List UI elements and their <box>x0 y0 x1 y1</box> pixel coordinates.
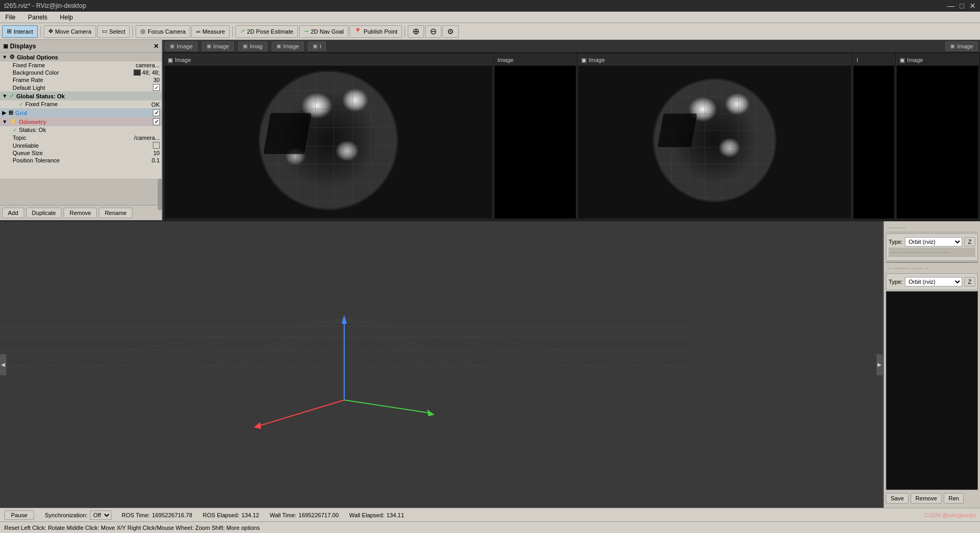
grid-checkbox[interactable]: ✓ <box>153 109 160 116</box>
right-toggle-arrow[interactable]: ▶ <box>876 354 883 375</box>
sync-label: Synchronization: <box>45 512 87 518</box>
toolbar-sep-2 <box>132 26 133 37</box>
statusbar: Pause Synchronization: Off ROS Time: 169… <box>0 508 980 521</box>
grid-icon: ⊞ <box>8 109 13 116</box>
rename-btn[interactable]: Rename <box>99 208 132 218</box>
settings-btn[interactable]: ⚙ <box>442 25 459 38</box>
sync-item: Synchronization: Off <box>45 510 111 520</box>
color-swatch[interactable] <box>133 69 141 76</box>
ros-elapsed-value: 134.12 <box>242 512 260 518</box>
view-zero-btn-2[interactable]: Z <box>964 277 975 286</box>
publish-point-btn[interactable]: 📍 Publish Point <box>349 25 402 38</box>
zoom-in-btn[interactable]: ⊕ <box>408 25 424 38</box>
wall-time-label: Wall Time: <box>270 512 296 518</box>
save-view-btn[interactable]: Save <box>886 493 909 504</box>
move-camera-btn[interactable]: ✥ Move Camera <box>44 25 96 38</box>
2d-nav-btn[interactable]: ⊸ 2D Nav Goal <box>299 25 348 38</box>
image-tab-label-4: Image <box>283 43 300 49</box>
panel-sep <box>886 262 978 263</box>
odometry-header[interactable]: ▼ ⚡ Odometry ✓ <box>0 117 162 126</box>
view-type-select-2[interactable]: Orbit (rviz) <box>905 277 962 286</box>
image-panel-right[interactable]: ▣ Image <box>577 54 852 219</box>
queue-size-value[interactable]: 10 <box>153 150 160 156</box>
odometry-checkbox[interactable]: ✓ <box>153 118 160 125</box>
close-btn[interactable]: ✕ <box>969 2 976 10</box>
sidebar-action-buttons: Add Duplicate Remove Rename <box>0 205 162 220</box>
pause-btn[interactable]: Pause <box>4 510 34 520</box>
panel-label-l: Image <box>175 57 191 63</box>
image-tab-icon-4: ▣ <box>276 43 281 49</box>
global-options-icon: ⚙ <box>9 54 15 60</box>
fixed-frame-row: Fixed Frame camera... <box>0 62 162 69</box>
global-status-header[interactable]: ▼ ✓ Global Status: Ok <box>0 91 162 100</box>
measure-icon: ═ <box>196 28 200 35</box>
add-btn[interactable]: Add <box>2 208 24 218</box>
panel-icon-r: ▣ <box>581 57 586 64</box>
frame-rate-value[interactable]: 30 <box>153 77 160 83</box>
sidebar-scrollbar[interactable] <box>158 179 162 205</box>
focus-camera-btn[interactable]: ◎ Focus Camera <box>136 25 190 38</box>
scroll-thumb[interactable] <box>158 179 162 210</box>
remove-view-btn[interactable]: Remove <box>911 493 942 504</box>
fixed-frame-value[interactable]: camera... <box>136 62 160 68</box>
image-tab-1[interactable]: ▣ Image <box>165 42 198 51</box>
sync-select[interactable]: Off <box>90 510 111 520</box>
menu-file[interactable]: File <box>2 13 18 22</box>
image-tab-3[interactable]: ▣ Imag <box>238 42 267 51</box>
image-panel-mid1[interactable]: Image <box>494 54 577 219</box>
partial-row-2: ─ ───── ─── ─ <box>886 264 978 272</box>
toolbar: ⊞ Interact ✥ Move Camera ▭ Select ◎ Focu… <box>0 23 980 40</box>
2d-pose-btn[interactable]: ↗ 2D Pose Estimate <box>235 25 298 38</box>
view-type-label-2: Type: <box>889 279 903 285</box>
remove-btn[interactable]: Remove <box>64 208 97 218</box>
select-btn[interactable]: ▭ Select <box>97 25 130 38</box>
image-panel-far1[interactable]: I <box>853 54 895 219</box>
pose-icon: ↗ <box>240 28 245 35</box>
image-tab-4[interactable]: ▣ Image <box>272 42 304 51</box>
displays-panel-icon: ▣ <box>3 43 8 49</box>
duplicate-btn[interactable]: Duplicate <box>26 208 62 218</box>
svg-marker-23 <box>254 422 261 429</box>
menu-panels[interactable]: Panels <box>25 13 50 22</box>
bg-color-label: Background Color <box>13 69 59 76</box>
ren-view-btn[interactable]: Ren <box>944 493 964 504</box>
interact-btn[interactable]: ⊞ Interact <box>2 25 38 38</box>
position-tolerance-value[interactable]: 0.1 <box>152 157 160 163</box>
main-layout: ▣ Displays ✕ ▼ ⚙ Global Options Fixed Fr… <box>0 40 980 508</box>
topic-value[interactable]: /camera... <box>134 135 160 141</box>
fixed-frame-status-value: OK <box>151 101 160 108</box>
image-tab-6[interactable]: ▣ Image <box>945 42 978 51</box>
status-ok-icon: ✓ <box>9 93 14 99</box>
left-toggle-arrow[interactable]: ◀ <box>0 354 6 375</box>
unreliable-checkbox[interactable] <box>153 142 160 149</box>
zoom-out-btn[interactable]: ⊖ <box>425 25 441 38</box>
default-light-checkbox[interactable]: ✓ <box>153 84 160 91</box>
view-zero-btn-1[interactable]: Z <box>964 237 975 247</box>
image-panel-left[interactable]: ▣ Image <box>164 54 493 219</box>
image-tab-5[interactable]: ▣ I <box>308 42 326 51</box>
wall-elapsed-label: Wall Elapsed: <box>349 512 385 518</box>
hintbar: Reset Left Click: Rotate Middle Click: M… <box>0 521 980 533</box>
global-options-header[interactable]: ▼ ⚙ Global Options <box>0 53 162 62</box>
measure-btn[interactable]: ═ Measure <box>191 25 230 38</box>
fixed-frame-status-row: ✓ Fixed Frame OK <box>0 100 162 108</box>
focus-camera-icon: ◎ <box>140 28 146 35</box>
image-panel-tabs: ▣ Image ▣ Image ▣ Imag ▣ Image ▣ I <box>163 40 980 53</box>
minimize-btn[interactable]: — <box>947 2 955 10</box>
view-type-select-1[interactable]: Orbit (rviz) <box>905 237 962 247</box>
3d-viewport[interactable]: ◀ <box>0 221 883 508</box>
queue-size-row: Queue Size 10 <box>0 149 162 157</box>
grid-header[interactable]: ▶ ⊞ Grid ✓ <box>0 108 162 117</box>
grid-label: Grid <box>15 110 27 116</box>
displays-close-btn[interactable]: ✕ <box>153 43 159 50</box>
menu-help[interactable]: Help <box>57 13 76 22</box>
axis-lines <box>0 221 883 508</box>
view-type-row-1: Type: Orbit (rviz) Z <box>889 237 975 247</box>
image-panel-far2[interactable]: ▣ Image <box>896 54 979 219</box>
topic-label: Topic <box>13 135 26 141</box>
wall-time-item: Wall Time: 1695226717.00 <box>270 512 338 518</box>
position-tolerance-row: Position Tolerance 0.1 <box>0 157 162 164</box>
maximize-btn[interactable]: □ <box>960 2 964 10</box>
wall-elapsed-value: 134.11 <box>386 512 404 518</box>
image-tab-2[interactable]: ▣ Image <box>202 42 234 51</box>
